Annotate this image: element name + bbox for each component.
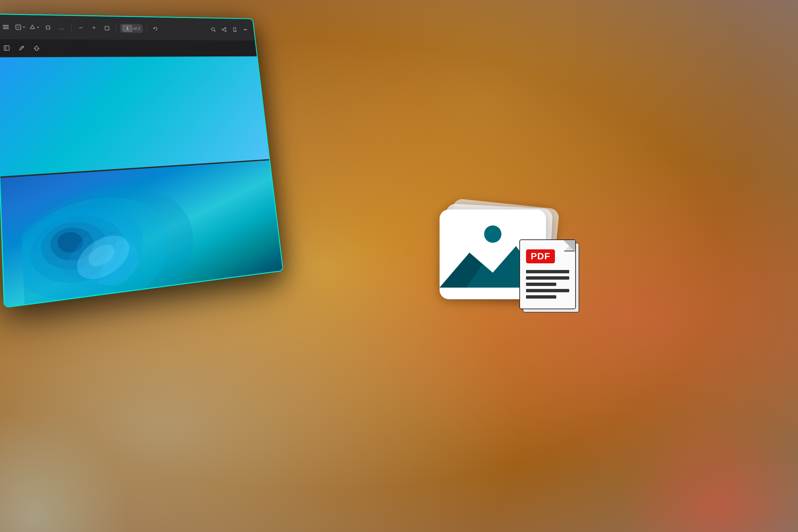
svg-line-19	[6, 46, 6, 51]
search-button[interactable]	[208, 25, 218, 34]
pdf-document-icon: PDF	[519, 240, 586, 316]
more-button[interactable]: ...	[56, 22, 67, 33]
svg-line-12	[214, 30, 215, 32]
svg-line-16	[223, 28, 225, 29]
top-toolbar: ... − + of 2	[0, 15, 255, 41]
background-bottom-glow	[598, 399, 798, 532]
highlight-tool-button[interactable]	[31, 43, 42, 53]
svg-point-15	[225, 30, 226, 32]
pdf-pages-area	[0, 57, 283, 307]
background-left-glow	[0, 366, 166, 532]
svg-marker-6	[30, 25, 35, 28]
bookmark-button[interactable]	[230, 25, 240, 34]
page-number-input[interactable]	[122, 25, 132, 32]
share-button[interactable]	[219, 25, 229, 34]
separator-2	[116, 25, 117, 32]
svg-point-14	[222, 28, 224, 30]
doc-line-3	[526, 283, 556, 286]
highlight-dropdown-button[interactable]	[28, 22, 40, 32]
svg-line-20	[22, 47, 23, 48]
page-total: of 2	[133, 26, 141, 31]
toolbar-right-controls: •••	[208, 25, 250, 34]
svg-marker-21	[34, 46, 39, 51]
page-nav-group: of 2	[120, 24, 143, 33]
more-options-button[interactable]: •••	[241, 25, 250, 34]
doc-page-front: PDF	[519, 240, 576, 309]
svg-marker-5	[23, 26, 25, 28]
doc-line-4	[526, 289, 569, 292]
zoom-in-button[interactable]: +	[89, 23, 100, 33]
doc-line-5	[526, 295, 556, 299]
separator-3	[146, 25, 147, 32]
svg-line-17	[224, 30, 225, 31]
annotation-dropdown-button[interactable]	[14, 22, 26, 33]
doc-line-2	[526, 276, 569, 280]
second-toolbar	[0, 39, 257, 58]
photo-stack-icon: PDF	[440, 209, 566, 323]
doc-text-lines	[526, 270, 569, 299]
pdf-badge: PDF	[526, 249, 555, 263]
menu-button[interactable]	[0, 22, 12, 32]
svg-point-11	[211, 27, 215, 31]
svg-rect-10	[105, 26, 109, 30]
svg-rect-8	[46, 25, 50, 29]
pdf-viewer-window: ... − + of 2	[0, 15, 283, 307]
fit-page-button[interactable]	[101, 23, 112, 33]
crop-button[interactable]	[42, 22, 54, 33]
zoom-out-button[interactable]: −	[75, 23, 87, 33]
svg-point-13	[225, 27, 226, 28]
svg-rect-18	[4, 46, 9, 51]
sidebar-toggle-button[interactable]	[1, 43, 13, 54]
pdf-page-1	[0, 57, 269, 178]
separator-1	[71, 24, 72, 32]
annotation-tool-button[interactable]	[16, 43, 27, 54]
icon-composition: PDF	[396, 179, 609, 353]
rotate-button[interactable]	[150, 24, 160, 34]
svg-marker-7	[37, 26, 39, 28]
doc-line-1	[526, 270, 569, 273]
